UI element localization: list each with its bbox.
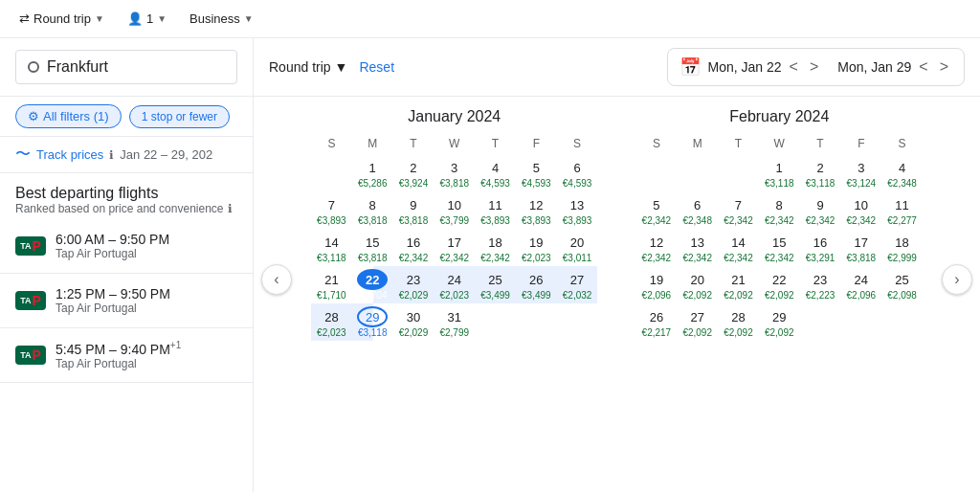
calendar-cell[interactable]: 19 €2,023 bbox=[516, 229, 557, 266]
calendar-cell[interactable]: 18 €2,999 bbox=[881, 229, 923, 266]
stops-filter-label: 1 stop or fewer bbox=[142, 110, 217, 123]
calendar-cell[interactable]: 25 €3,499 bbox=[475, 266, 516, 303]
calendar-cell[interactable]: 12 €3,893 bbox=[516, 191, 557, 229]
calendar-cell[interactable]: 16 €3,291 bbox=[800, 229, 841, 266]
day-price: €2,223 bbox=[802, 290, 839, 301]
calendar-cell[interactable]: 6 €2,348 bbox=[677, 191, 718, 229]
day-number: 6 bbox=[562, 157, 592, 178]
calendar-cell[interactable]: 23 €2,223 bbox=[800, 266, 841, 303]
day-number: 24 bbox=[439, 269, 470, 290]
class-label: Business bbox=[189, 11, 240, 26]
calendar-cell[interactable]: 14 €3,118 bbox=[311, 229, 352, 266]
day-price: €2,092 bbox=[720, 327, 757, 338]
calendar-cell[interactable]: 16 €2,342 bbox=[393, 229, 434, 266]
day-number: 20 bbox=[562, 232, 592, 253]
calendar-cell[interactable]: 24 €2,096 bbox=[840, 266, 881, 303]
date-from-prev[interactable]: < bbox=[786, 56, 802, 78]
calendar-prev-button[interactable]: ‹ bbox=[261, 264, 292, 295]
track-prices-row[interactable]: 〜 Track prices ℹ Jan 22 – 29, 202 bbox=[0, 137, 253, 173]
calendar-cell[interactable]: 10 €3,799 bbox=[434, 191, 475, 229]
calendar-cell[interactable]: 13 €2,342 bbox=[677, 229, 718, 266]
calendar-cell[interactable]: 12 €2,342 bbox=[636, 229, 678, 266]
calendar-cell[interactable]: 27 €2,092 bbox=[677, 303, 718, 341]
january-calendar: January 2024SMTWTFS 1 €5,286 2 €3,924 3 … bbox=[292, 97, 617, 492]
calendar-cell[interactable]: 9 €3,818 bbox=[393, 191, 434, 229]
day-header: W bbox=[759, 133, 800, 154]
calendar-cell[interactable]: 14 €2,342 bbox=[718, 229, 759, 266]
passengers-selector[interactable]: 👤 1 ▼ bbox=[120, 8, 174, 30]
calendar-cell[interactable]: 5 €2,342 bbox=[636, 191, 678, 229]
calendar-cell[interactable]: 3 €3,818 bbox=[434, 154, 475, 191]
flight-item[interactable]: TAP 5:45 PM – 9:40 PM+1 Tap Air Portugal bbox=[0, 328, 253, 383]
calendar-cell[interactable]: 9 €2,342 bbox=[800, 191, 841, 229]
calendar-cell[interactable]: 11 €3,893 bbox=[475, 191, 516, 229]
day-number: 9 bbox=[398, 194, 429, 215]
calendar-cell[interactable]: 22 €1,704 bbox=[352, 266, 393, 303]
date-from-next[interactable]: > bbox=[806, 56, 822, 78]
calendar-cell[interactable]: 2 €3,118 bbox=[800, 154, 841, 191]
calendar-cell[interactable]: 30 €2,029 bbox=[393, 303, 434, 341]
calendar-cell[interactable]: 15 €3,818 bbox=[352, 229, 393, 266]
search-input-wrap[interactable]: Frankfurt bbox=[15, 50, 237, 84]
calendar-next-button[interactable]: › bbox=[942, 264, 972, 295]
calendar-cell[interactable]: 8 €3,818 bbox=[352, 191, 393, 229]
calendar-cell[interactable]: 27 €2,032 bbox=[557, 266, 598, 303]
calendar-cell[interactable]: 1 €5,286 bbox=[352, 154, 393, 191]
calendar-cell[interactable]: 7 €3,893 bbox=[311, 191, 352, 229]
day-price: €3,893 bbox=[313, 215, 350, 226]
calendar-cell[interactable]: 26 €3,499 bbox=[516, 266, 557, 303]
trip-type-selector[interactable]: ⇄ Round trip ▼ bbox=[11, 8, 112, 30]
calendar-cell[interactable]: 17 €2,342 bbox=[434, 229, 475, 266]
day-number: 17 bbox=[846, 232, 877, 253]
info-icon: ℹ bbox=[109, 148, 114, 162]
day-price: €2,029 bbox=[395, 290, 433, 301]
calendar-cell[interactable]: 31 €2,799 bbox=[434, 303, 475, 341]
calendar-cell[interactable]: 17 €3,818 bbox=[840, 229, 881, 266]
calendar-cell[interactable]: 21 €1,710 bbox=[311, 266, 352, 303]
calendar-cell[interactable]: 28 €2,023 bbox=[311, 303, 352, 341]
calendar-cell[interactable]: 4 €2,348 bbox=[881, 154, 923, 191]
calendar-cell[interactable]: 25 €2,098 bbox=[881, 266, 923, 303]
calendar-cell[interactable]: 8 €2,342 bbox=[759, 191, 800, 229]
round-trip-label: Round trip bbox=[269, 59, 331, 75]
class-selector[interactable]: Business ▼ bbox=[182, 8, 261, 30]
calendar-cell[interactable]: 29 €3,118 bbox=[352, 303, 393, 341]
flight-list: TAP 6:00 AM – 9:50 PM Tap Air Portugal T… bbox=[0, 219, 253, 492]
calendar-cell[interactable]: 28 €2,092 bbox=[718, 303, 759, 341]
calendar-cell[interactable]: 20 €3,011 bbox=[557, 229, 598, 266]
calendar-cell[interactable]: 18 €2,342 bbox=[475, 229, 516, 266]
calendar-cell[interactable]: 6 €4,593 bbox=[557, 154, 598, 191]
calendar-cell[interactable]: 2 €3,924 bbox=[393, 154, 434, 191]
calendar-cell[interactable]: 15 €2,342 bbox=[759, 229, 800, 266]
calendar-cell[interactable]: 23 €2,029 bbox=[393, 266, 434, 303]
calendar-cell[interactable]: 10 €2,342 bbox=[840, 191, 881, 229]
calendar-cell[interactable]: 4 €4,593 bbox=[475, 154, 516, 191]
calendar-cell[interactable]: 22 €2,092 bbox=[759, 266, 800, 303]
calendar-cell[interactable]: 24 €2,023 bbox=[434, 266, 475, 303]
date-to-prev[interactable]: < bbox=[915, 56, 931, 78]
all-filters-button[interactable]: ⚙ All filters (1) bbox=[15, 104, 122, 128]
stops-filter-button[interactable]: 1 stop or fewer bbox=[129, 105, 230, 128]
round-trip-dropdown[interactable]: Round trip ▼ bbox=[269, 59, 347, 75]
calendar-cell[interactable]: 19 €2,096 bbox=[636, 266, 678, 303]
calendar-cell[interactable]: 26 €2,217 bbox=[636, 303, 678, 341]
day-number: 5 bbox=[641, 194, 672, 215]
day-price: €3,818 bbox=[842, 253, 880, 263]
calendar-cell[interactable]: 11 €2,277 bbox=[881, 191, 923, 229]
calendar-cell[interactable]: 5 €4,593 bbox=[516, 154, 557, 191]
day-number: 25 bbox=[887, 269, 918, 290]
calendar-cell[interactable]: 1 €3,118 bbox=[759, 154, 800, 191]
calendar-cell[interactable]: 29 €2,092 bbox=[759, 303, 800, 341]
calendar-cell[interactable]: 21 €2,092 bbox=[718, 266, 759, 303]
calendar-grid: SMTWTFS 1 €3,118 2 €3,118 3 €3,124 4 €2,… bbox=[636, 133, 924, 341]
day-price: €2,342 bbox=[720, 253, 757, 263]
calendar-cell[interactable]: 20 €2,092 bbox=[677, 266, 718, 303]
reset-button[interactable]: Reset bbox=[359, 59, 394, 75]
calendar-cell[interactable]: 3 €3,124 bbox=[840, 154, 881, 191]
flight-item[interactable]: TAP 6:00 AM – 9:50 PM Tap Air Portugal bbox=[0, 219, 253, 274]
flight-item[interactable]: TAP 1:25 PM – 9:50 PM Tap Air Portugal bbox=[0, 274, 253, 328]
day-number: 28 bbox=[723, 306, 753, 327]
calendar-cell[interactable]: 7 €2,342 bbox=[718, 191, 759, 229]
calendar-cell[interactable]: 13 €3,893 bbox=[557, 191, 598, 229]
date-to-next[interactable]: > bbox=[936, 56, 952, 78]
